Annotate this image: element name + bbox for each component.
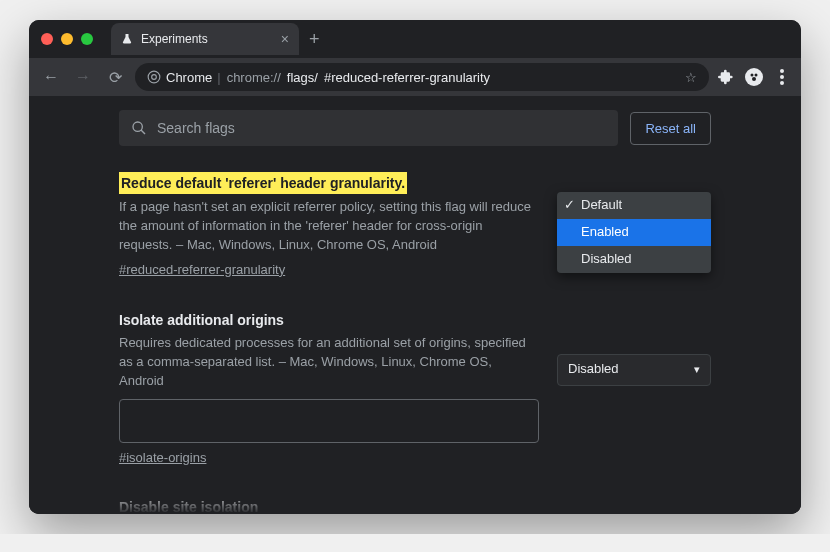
flag-row: Isolate additional origins Requires dedi… [119,310,711,468]
close-tab-icon[interactable]: × [281,31,289,47]
chevron-down-icon: ▾ [694,362,700,378]
dropdown-option-enabled[interactable]: Enabled [557,219,711,246]
reset-all-button[interactable]: Reset all [630,112,711,145]
maximize-window-button[interactable] [81,33,93,45]
page-content: Reset all Reduce default 'referer' heade… [29,96,801,514]
svg-point-8 [133,122,142,131]
flag-select[interactable]: Disabled ▾ [557,354,711,386]
search-icon [131,120,147,136]
svg-point-4 [752,77,756,81]
flag-anchor-link[interactable]: #reduced-referrer-granularity [119,261,285,280]
svg-point-1 [152,75,157,80]
forward-button[interactable]: → [71,68,95,86]
flags-list: Reduce default 'referer' header granular… [29,160,801,514]
omnibox-label: Chrome [166,70,212,85]
dropdown-option-default[interactable]: Default [557,192,711,219]
flag-row: Reduce default 'referer' header granular… [119,172,711,280]
search-input[interactable] [157,120,606,136]
svg-point-7 [780,81,784,85]
extensions-icon[interactable] [717,68,735,86]
browser-tab[interactable]: Experiments × [111,23,299,55]
flag-description: Requires dedicated processes for an addi… [119,334,539,391]
url-prefix: chrome:// [227,70,281,85]
toolbar: ← → ⟳ Chrome | chrome://flags/#reduced-r… [29,58,801,96]
svg-point-0 [148,71,160,83]
svg-point-5 [780,69,784,73]
flag-description: If a page hasn't set an explicit referre… [119,198,539,255]
flag-main: Isolate additional origins Requires dedi… [119,310,539,468]
close-window-button[interactable] [41,33,53,45]
browser-window: Experiments × + ← → ⟳ Chrome | chrome://… [29,20,801,514]
toolbar-right [717,68,791,86]
reload-button[interactable]: ⟳ [103,68,127,87]
flag-control: Disabled ▾ [557,310,711,386]
dropdown-option-disabled[interactable]: Disabled [557,246,711,273]
flag-title: Reduce default 'referer' header granular… [119,172,407,194]
tab-title: Experiments [141,32,208,46]
chrome-chip: Chrome | [147,70,221,85]
flask-icon [121,33,133,45]
flags-topbar: Reset all [29,110,801,160]
minimize-window-button[interactable] [61,33,73,45]
flag-anchor-link[interactable]: #isolate-origins [119,449,206,468]
new-tab-button[interactable]: + [309,29,320,50]
fade-overlay [29,490,801,514]
profile-avatar-icon[interactable] [745,68,763,86]
address-bar[interactable]: Chrome | chrome://flags/#reduced-referre… [135,63,709,91]
window-controls [41,33,93,45]
search-wrap [119,110,618,146]
select-value: Disabled [568,360,619,379]
svg-point-2 [751,74,754,77]
menu-icon[interactable] [773,68,791,86]
chrome-icon [147,70,161,84]
flag-title: Isolate additional origins [119,310,284,330]
bookmark-star-icon[interactable]: ☆ [685,70,697,85]
titlebar: Experiments × + [29,20,801,58]
svg-point-6 [780,75,784,79]
svg-point-3 [755,74,758,77]
flag-main: Reduce default 'referer' header granular… [119,172,539,280]
flag-textarea[interactable] [119,399,539,443]
back-button[interactable]: ← [39,68,63,86]
url-path: flags/ [287,70,318,85]
flag-control: Default Enabled Disabled [557,172,711,273]
flag-select-dropdown[interactable]: Default Enabled Disabled [557,192,711,273]
url-hash: #reduced-referrer-granularity [324,70,490,85]
svg-line-9 [141,130,145,134]
